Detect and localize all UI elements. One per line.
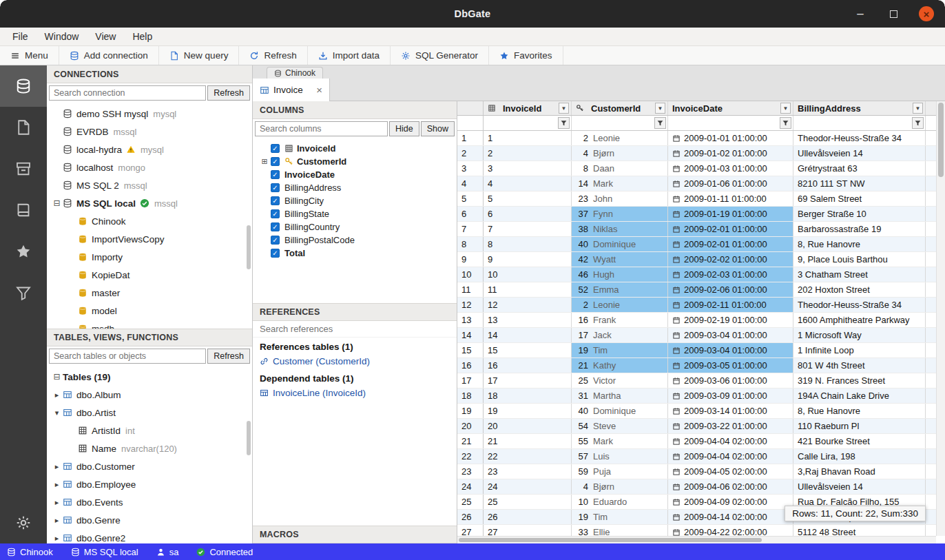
cell-invoiceid[interactable]: 20: [484, 419, 572, 433]
cell-billingaddress[interactable]: 202 Hoxton Street: [793, 282, 926, 297]
row-number-cell[interactable]: 14: [457, 328, 484, 342]
column-menu-button[interactable]: ▼: [780, 103, 791, 114]
tables-group[interactable]: ⊟Tables (19): [47, 368, 252, 386]
cell-invoicedate[interactable]: 2009-03-06 01:00:00: [668, 373, 793, 388]
column-checkbox[interactable]: ✓: [271, 144, 280, 153]
cell-invoicedate[interactable]: 2009-03-04 01:00:00: [668, 328, 793, 342]
cell-customerid[interactable]: 46Hugh: [572, 267, 668, 282]
sidebar-files-button[interactable]: [0, 107, 47, 148]
sidebar-settings-button[interactable]: [0, 502, 47, 543]
row-number-cell[interactable]: 4: [457, 176, 484, 191]
cell-customerid[interactable]: 23John: [572, 191, 668, 206]
expander-icon[interactable]: ▸: [51, 391, 63, 400]
statusbar-database[interactable]: Chinook: [7, 547, 53, 557]
cell-customerid[interactable]: 4Bjørn: [572, 146, 668, 160]
cell-invoicedate[interactable]: 2009-01-03 01:00:00: [668, 161, 793, 176]
column-checkbox[interactable]: ✓: [271, 222, 280, 231]
cell-billingaddress[interactable]: Calle Lira, 198: [793, 449, 926, 464]
cell-invoicedate[interactable]: 2009-02-03 01:00:00: [668, 267, 793, 282]
cell-invoicedate[interactable]: 2009-01-06 01:00:00: [668, 176, 793, 191]
table-item-dbo-genre2[interactable]: ▸dbo.Genre2: [47, 529, 252, 543]
table-item-dbo-customer[interactable]: ▸dbo.Customer: [47, 457, 252, 475]
column-item-billingcity[interactable]: ✓BillingCity: [253, 194, 457, 207]
cell-invoicedate[interactable]: 2009-04-04 02:00:00: [668, 449, 793, 464]
cell-billingaddress[interactable]: 801 W 4th Street: [793, 358, 926, 373]
table-item-dbo-album[interactable]: ▸dbo.Album: [47, 386, 252, 404]
row-number-cell[interactable]: 24: [457, 479, 484, 494]
toolbar-favorites-button[interactable]: Favorites: [489, 46, 563, 65]
tables-search-input[interactable]: [49, 349, 206, 364]
column-header-billingaddress[interactable]: BillingAddress▼: [793, 101, 926, 115]
row-number-cell[interactable]: 17: [457, 373, 484, 388]
row-number-cell[interactable]: 5: [457, 191, 484, 206]
cell-billingaddress[interactable]: Ullevålsveien 14: [793, 479, 926, 494]
row-number-cell[interactable]: 13: [457, 313, 484, 327]
row-number-cell[interactable]: 7: [457, 222, 484, 236]
cell-customerid[interactable]: 38Niklas: [572, 222, 668, 236]
sidebar-archive-button[interactable]: [0, 148, 47, 189]
column-menu-button[interactable]: ▼: [559, 103, 569, 114]
row-number-cell[interactable]: 25: [457, 495, 484, 509]
cell-invoiceid[interactable]: 27: [484, 525, 572, 536]
cell-billingaddress[interactable]: 1 Infinite Loop: [793, 343, 926, 357]
database-item-kopiedat[interactable]: KopieDat: [47, 266, 252, 284]
table-item-dbo-events[interactable]: ▸dbo.Events: [47, 493, 252, 511]
statusbar-status[interactable]: Connected: [196, 547, 253, 557]
cell-billingaddress[interactable]: 1600 Amphitheatre Parkway: [793, 313, 926, 327]
cell-invoiceid[interactable]: 26: [484, 510, 572, 524]
column-item-invoicedate[interactable]: ✓InvoiceDate: [253, 168, 457, 181]
cell-customerid[interactable]: 10Eduardo: [572, 495, 668, 509]
cell-billingaddress[interactable]: Theodor-Heuss-Straße 34: [793, 298, 926, 312]
column-item-billingaddress[interactable]: ✓BillingAddress: [253, 181, 457, 194]
toolbar-import-data-button[interactable]: Import data: [308, 46, 391, 65]
sidebar-plugins-button[interactable]: [0, 189, 47, 231]
cell-invoiceid[interactable]: 3: [484, 161, 572, 176]
cell-invoiceid[interactable]: 9: [484, 252, 572, 267]
cell-invoiceid[interactable]: 14: [484, 328, 572, 342]
tables-scrollbar[interactable]: [247, 421, 251, 455]
table-column-artistid[interactable]: ArtistIdint: [47, 422, 252, 439]
cell-customerid[interactable]: 17Jack: [572, 328, 668, 342]
cell-customerid[interactable]: 52Emma: [572, 282, 668, 297]
sidebar-database-button[interactable]: [0, 65, 47, 107]
column-item-billingcountry[interactable]: ✓BillingCountry: [253, 220, 457, 234]
database-item-master[interactable]: master: [47, 284, 252, 302]
cell-customerid[interactable]: 4Bjørn: [572, 479, 668, 494]
cell-invoiceid[interactable]: 19: [484, 404, 572, 418]
cell-invoicedate[interactable]: 2009-03-05 01:00:00: [668, 358, 793, 373]
cell-invoiceid[interactable]: 16: [484, 358, 572, 373]
cell-customerid[interactable]: 33Ellie: [572, 525, 668, 536]
cell-customerid[interactable]: 42Wyatt: [572, 252, 668, 267]
row-number-cell[interactable]: 16: [457, 358, 484, 373]
cell-customerid[interactable]: 16Frank: [572, 313, 668, 327]
column-header-invoiceid[interactable]: InvoiceId▼: [484, 101, 572, 115]
cell-invoicedate[interactable]: 2009-02-11 01:00:00: [668, 298, 793, 312]
column-checkbox[interactable]: ✓: [271, 183, 280, 192]
database-item-model[interactable]: model: [47, 302, 252, 320]
cell-invoiceid[interactable]: 15: [484, 343, 572, 357]
toolbar-refresh-button[interactable]: Refresh: [239, 46, 307, 65]
toolbar-new-query-button[interactable]: New query: [159, 46, 240, 65]
cell-billingaddress[interactable]: 8210 111 ST NW: [793, 176, 926, 191]
filter-input-invoicedate[interactable]: [669, 117, 778, 129]
connections-refresh-button[interactable]: Refresh: [207, 85, 250, 101]
row-number-cell[interactable]: 15: [457, 343, 484, 357]
expander-icon[interactable]: ⊟: [51, 198, 63, 208]
cell-customerid[interactable]: 14Mark: [572, 176, 668, 191]
sidebar-favorites-button[interactable]: [0, 231, 47, 272]
cell-invoiceid[interactable]: 5: [484, 191, 572, 206]
connection-search-input[interactable]: [49, 85, 206, 101]
statusbar-user[interactable]: sa: [156, 547, 179, 557]
cell-billingaddress[interactable]: Barbarossastraße 19: [793, 222, 926, 236]
cell-invoiceid[interactable]: 6: [484, 207, 572, 221]
cell-customerid[interactable]: 37Fynn: [572, 207, 668, 221]
cell-customerid[interactable]: 31Martha: [572, 388, 668, 403]
cell-invoiceid[interactable]: 17: [484, 373, 572, 388]
cell-invoiceid[interactable]: 25: [484, 495, 572, 509]
table-item-dbo-genre[interactable]: ▸dbo.Genre: [47, 511, 252, 529]
row-number-cell[interactable]: 2: [457, 146, 484, 160]
row-number-cell[interactable]: 12: [457, 298, 484, 312]
columns-search-input[interactable]: [255, 121, 388, 136]
column-checkbox[interactable]: ✓: [271, 209, 280, 218]
filter-icon[interactable]: [912, 117, 924, 129]
